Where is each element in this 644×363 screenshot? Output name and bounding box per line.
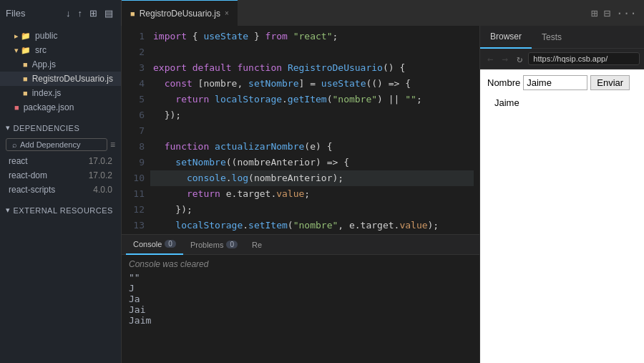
code-line-12: }); xyxy=(150,202,474,218)
tab-close-icon[interactable]: × xyxy=(225,9,229,17)
problems-tab-label: Problems xyxy=(190,241,223,249)
tab-label: RegistroDeUsuario.js xyxy=(140,9,220,19)
line-num-5: 5 xyxy=(122,92,145,107)
files-section: ▸ 📁public▾ 📁src■App.js■RegistroDeUsuario… xyxy=(0,26,121,117)
browser-tab-label: Browser xyxy=(490,32,522,42)
console-lines: ""JJaJaiJaim xyxy=(129,272,472,326)
new-folder-icon[interactable]: ▤ xyxy=(102,6,115,20)
code-line-6: }); xyxy=(150,107,474,123)
dep-version: 4.0.0 xyxy=(93,185,112,195)
line-num-2: 2 xyxy=(122,44,145,60)
code-line-3: export default function RegistroDeUsuari… xyxy=(150,60,474,76)
dep-chevron-icon: ▾ xyxy=(6,123,11,132)
external-resources-header[interactable]: ▾ External resources xyxy=(0,203,121,218)
console-tab-label: Console xyxy=(133,240,162,248)
tab-console[interactable]: Console 0 xyxy=(126,235,183,255)
search-icon: ⌕ xyxy=(12,140,17,149)
dep-version: 17.0.2 xyxy=(89,170,112,180)
browser-form: Nombre Enviar Jaime xyxy=(480,69,644,117)
line-num-8: 8 xyxy=(122,139,145,155)
line-num-13: 13 xyxy=(122,218,145,233)
browser-tab-tests[interactable]: Tests xyxy=(532,26,572,49)
line-num-12: 12 xyxy=(122,202,145,218)
split-editor-icon[interactable]: ⊞ xyxy=(591,6,598,20)
tests-tab-label: Tests xyxy=(542,32,562,42)
console-line: J xyxy=(129,283,472,294)
grid-icon[interactable]: ⊟ xyxy=(603,6,610,20)
dep-version: 17.0.2 xyxy=(89,156,112,166)
line-num-7: 7 xyxy=(122,123,145,139)
dep-item-react-dom[interactable]: react-dom17.0.2 xyxy=(0,168,121,183)
dep-name: react-scripts xyxy=(9,185,55,195)
file-item-index-js[interactable]: ■index.js xyxy=(0,86,121,100)
dep-item-react-scripts[interactable]: react-scripts4.0.0 xyxy=(0,183,121,197)
main-content: ▸ 📁public▾ 📁src■App.js■RegistroDeUsuario… xyxy=(0,26,644,363)
add-dependency-button[interactable]: ⌕ Add Dependency xyxy=(6,138,107,151)
external-resources-section: ▾ External resources xyxy=(0,203,121,218)
console-content: Console was cleared ""JJaJaiJaim xyxy=(122,255,479,363)
add-dependency-label: Add Dependency xyxy=(20,140,80,149)
dep-item-react[interactable]: react17.0.2 xyxy=(0,154,121,168)
file-folder-icon: ▾ 📁 xyxy=(14,46,31,55)
enviar-button[interactable]: Enviar xyxy=(590,75,630,90)
browser-tab-browser[interactable]: Browser xyxy=(480,26,532,49)
re-tab-label: Re xyxy=(252,241,262,249)
line-num-3: 3 xyxy=(122,60,145,76)
line-num-1: 1 xyxy=(122,29,145,44)
url-bar[interactable]: https://hqsip.csb.app/ xyxy=(528,52,640,65)
browser-output: Jaime xyxy=(487,95,637,111)
forward-button[interactable]: → xyxy=(499,52,510,66)
tab-js-icon: ■ xyxy=(130,9,135,18)
sidebar: ▸ 📁public▾ 📁src■App.js■RegistroDeUsuario… xyxy=(0,26,122,363)
console-badge: 0 xyxy=(165,240,176,248)
code-line-10: console.log(nombreAnterior); xyxy=(150,170,474,186)
console-panel: Console 0 Problems 0 Re Console was clea… xyxy=(122,234,479,363)
more-icon[interactable]: ··· xyxy=(616,6,637,20)
file-item-package-json[interactable]: ■package.json xyxy=(0,100,121,115)
back-button[interactable]: ← xyxy=(484,52,496,66)
code-lines[interactable]: import { useState } from "react"; export… xyxy=(150,26,479,234)
refresh-button[interactable]: ↻ xyxy=(514,52,525,66)
browser-tabs: Browser Tests xyxy=(480,26,644,49)
tab-re[interactable]: Re xyxy=(245,235,269,255)
top-bar: Files ↓ ↑ ⊞ ▤ ■ RegistroDeUsuario.js × ⊞… xyxy=(0,0,644,26)
file-label: App.js xyxy=(32,59,56,69)
editor: 123456789101112131415161718192021222324 … xyxy=(122,26,479,234)
code-line-8: function actualizarNombre(e) { xyxy=(150,139,474,155)
nombre-input[interactable] xyxy=(523,75,587,90)
file-item-public[interactable]: ▸ 📁public xyxy=(0,29,121,43)
code-line-11: return e.target.value; xyxy=(150,186,474,202)
sort-down-icon[interactable]: ↓ xyxy=(64,6,73,20)
dependencies-header[interactable]: ▾ Dependencies xyxy=(0,120,121,135)
new-file-icon[interactable]: ⊞ xyxy=(87,6,99,20)
console-line: Jaim xyxy=(129,315,472,326)
code-line-7 xyxy=(150,123,474,139)
dep-name: react xyxy=(9,156,28,166)
file-tree: ▸ 📁public▾ 📁src■App.js■RegistroDeUsuario… xyxy=(0,29,121,115)
editor-toolbar-icons: ⊞ ⊟ ··· xyxy=(591,6,644,20)
code-line-13: localStorage.setItem("nombre", e.target.… xyxy=(150,218,474,233)
sort-up-icon[interactable]: ↑ xyxy=(76,6,85,20)
file-item-src[interactable]: ▾ 📁src xyxy=(0,43,121,57)
tab-problems[interactable]: Problems 0 xyxy=(183,235,245,255)
dep-menu-icon[interactable]: ≡ xyxy=(110,140,115,150)
right-panel: Browser Tests ← → ↻ https://hqsip.csb.ap… xyxy=(479,26,644,363)
tab-registrodeusuario[interactable]: ■ RegistroDeUsuario.js × xyxy=(122,0,238,26)
file-item-RegistroDeUsuario-js[interactable]: ■RegistroDeUsuario.js xyxy=(0,72,121,86)
console-line: Ja xyxy=(129,294,472,304)
code-area: 123456789101112131415161718192021222324 … xyxy=(122,26,479,234)
file-folder-icon: ▸ 📁 xyxy=(14,32,31,41)
console-tabs: Console 0 Problems 0 Re xyxy=(122,235,479,255)
file-label: RegistroDeUsuario.js xyxy=(32,74,113,84)
editor-column: 123456789101112131415161718192021222324 … xyxy=(122,26,479,363)
file-label: public xyxy=(35,31,57,41)
code-line-2 xyxy=(150,44,474,60)
problems-badge: 0 xyxy=(226,241,238,248)
file-js-icon: ■ xyxy=(23,89,28,97)
line-num-11: 11 xyxy=(122,186,145,202)
tab-bar: ■ RegistroDeUsuario.js × ⊞ ⊟ ··· xyxy=(122,0,644,26)
dep-name: react-dom xyxy=(9,170,47,180)
code-line-1: import { useState } from "react"; xyxy=(150,29,474,44)
file-item-App-js[interactable]: ■App.js xyxy=(0,57,121,72)
file-json-icon: ■ xyxy=(14,103,19,112)
